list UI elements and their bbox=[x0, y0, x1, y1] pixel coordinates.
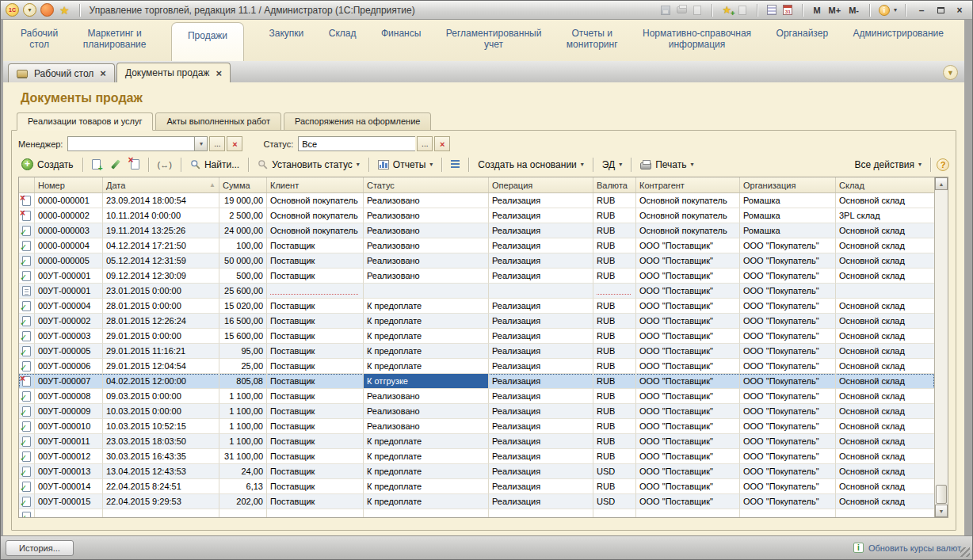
tab-close-icon[interactable]: × bbox=[100, 67, 106, 79]
section-tab[interactable]: Продажи bbox=[171, 22, 244, 61]
section-tab[interactable]: Отчеты и мониторинг bbox=[567, 20, 618, 50]
print-button[interactable]: Печать▾ bbox=[637, 158, 696, 172]
delete-button[interactable] bbox=[128, 158, 143, 171]
section-tab[interactable]: Регламентированный учет bbox=[446, 20, 542, 50]
column-header[interactable] bbox=[19, 177, 35, 192]
create-button[interactable]: +Создать bbox=[18, 157, 77, 172]
table-row[interactable]: 0000-000005 05.12.2014 12:31:59 50 000,0… bbox=[19, 253, 934, 269]
table-row[interactable]: 00УТ-000001 23.01.2015 0:00:00 25 600,00… bbox=[19, 284, 934, 299]
table-row[interactable]: 00УТ-000002 28.01.2015 12:26:24 16 500,0… bbox=[19, 314, 934, 329]
find-button[interactable]: Найти... bbox=[187, 158, 242, 172]
section-tab[interactable]: Органайзер bbox=[776, 20, 829, 39]
vertical-scrollbar[interactable]: ▲ ▼ bbox=[934, 177, 948, 517]
manager-input[interactable] bbox=[67, 136, 194, 151]
table-row[interactable]: 00УТ-000003 29.01.2015 0:00:00 15 600,00… bbox=[19, 329, 934, 344]
column-header[interactable]: Дата ▲ bbox=[103, 177, 219, 192]
history-button[interactable]: История... bbox=[6, 540, 74, 556]
column-header[interactable]: Валюта bbox=[593, 177, 636, 192]
window-list-button[interactable]: ▼ bbox=[943, 65, 958, 80]
edit-button[interactable] bbox=[108, 158, 124, 171]
refresh-button[interactable]: (↔) bbox=[155, 158, 175, 171]
close-button[interactable]: × bbox=[952, 5, 967, 16]
minimize-button[interactable]: – bbox=[914, 5, 929, 16]
create-based-button[interactable]: Создать на основании▾ bbox=[475, 158, 587, 172]
link-icon[interactable] bbox=[736, 5, 749, 16]
info-caret-icon[interactable]: ▾ bbox=[894, 6, 897, 13]
table-row[interactable]: 00УТ-000004 28.01.2015 0:00:00 15 020,00… bbox=[19, 299, 934, 314]
update-rates-link[interactable]: Обновить курсы валют bbox=[868, 543, 961, 553]
table-row[interactable]: 00УТ-000008 09.03.2015 0:00:00 1 100,00 … bbox=[19, 389, 934, 404]
table-row[interactable]: 00УТ-000012 30.03.2015 16:43:35 31 100,0… bbox=[19, 449, 934, 464]
column-header[interactable]: Контрагент bbox=[636, 177, 740, 192]
table-row[interactable]: 00УТ-000009 10.03.2015 0:00:00 1 100,00 … bbox=[19, 404, 934, 419]
reports-button[interactable]: Отчеты ▾ bbox=[375, 158, 437, 172]
main-menu-button[interactable]: ▾ bbox=[23, 3, 36, 17]
column-header[interactable]: Организация bbox=[740, 177, 836, 192]
table-row[interactable]: 00УТ-000011 23.03.2015 18:03:50 1 100,00… bbox=[19, 434, 934, 449]
section-tab[interactable]: Склад bbox=[329, 20, 357, 39]
section-tab[interactable]: Финансы bbox=[381, 20, 421, 39]
help-button[interactable]: ? bbox=[937, 158, 949, 171]
section-tab[interactable]: Маркетинг и планирование bbox=[83, 20, 147, 50]
section-tab[interactable]: Администрирование bbox=[853, 20, 944, 39]
tab-close-icon[interactable]: × bbox=[216, 67, 222, 79]
1c-logo-icon[interactable]: 1С bbox=[6, 3, 19, 17]
section-tab[interactable]: Нормативно-справочная информация bbox=[643, 20, 751, 50]
round-button[interactable] bbox=[40, 3, 54, 17]
all-actions-button[interactable]: Все действия▾ bbox=[852, 158, 925, 172]
column-header[interactable]: Статус bbox=[364, 177, 489, 192]
column-header[interactable]: Сумма bbox=[219, 177, 267, 192]
list-subtab[interactable]: Акты выполненных работ bbox=[155, 112, 281, 131]
cell-organization: ООО "Покупатель" bbox=[740, 464, 836, 479]
table-row[interactable] bbox=[19, 509, 934, 517]
manager-select-button[interactable]: ... bbox=[209, 136, 225, 151]
table-row[interactable]: 00УТ-000007 04.02.2015 12:00:00 805,08 П… bbox=[19, 374, 934, 389]
document-tab[interactable]: Рабочий стол × bbox=[8, 63, 115, 82]
print-icon[interactable] bbox=[675, 5, 688, 16]
calculator-icon[interactable] bbox=[765, 5, 778, 16]
info-icon[interactable]: i bbox=[878, 5, 891, 16]
list-subtab[interactable]: Реализации товаров и услуг bbox=[17, 112, 153, 131]
table-row[interactable]: 00УТ-000010 10.03.2015 10:52:15 1 100,00… bbox=[19, 419, 934, 434]
table-row[interactable]: 00УТ-000006 29.01.2015 12:04:54 25,00 По… bbox=[19, 359, 934, 374]
column-header[interactable]: Номер bbox=[35, 177, 103, 192]
section-tab[interactable]: Закупки bbox=[269, 20, 304, 39]
table-row[interactable]: 0000-000004 04.12.2014 17:21:50 100,00 П… bbox=[19, 238, 934, 253]
table-row[interactable]: 0000-000003 19.11.2014 13:25:26 24 000,0… bbox=[19, 223, 934, 238]
section-tab[interactable]: Рабочий стол bbox=[21, 20, 58, 50]
table-row[interactable]: 0000-000002 10.11.2014 0:00:00 2 500,00 … bbox=[19, 208, 934, 223]
status-select-button[interactable]: ... bbox=[417, 136, 433, 151]
table-row[interactable]: 00УТ-000001 09.12.2014 12:30:09 500,00 П… bbox=[19, 269, 934, 284]
status-input[interactable] bbox=[298, 136, 415, 151]
table-row[interactable]: 0000-000001 23.09.2014 18:00:54 19 000,0… bbox=[19, 193, 934, 208]
status-clear-icon[interactable]: × bbox=[434, 136, 450, 151]
memory-plus-button[interactable]: M+ bbox=[826, 6, 844, 15]
list-subtab[interactable]: Распоряжения на оформление bbox=[284, 112, 431, 131]
copy-button[interactable] bbox=[89, 158, 104, 171]
scroll-down-icon[interactable]: ▼ bbox=[935, 505, 948, 517]
table-row[interactable]: 00УТ-000015 22.04.2015 9:29:53 202,00 По… bbox=[19, 494, 934, 509]
resize-grip[interactable] bbox=[960, 547, 970, 557]
ed-button[interactable]: ЭД▾ bbox=[599, 158, 625, 172]
memory-button[interactable]: M bbox=[811, 6, 822, 15]
document-tab[interactable]: Документы продаж × bbox=[116, 63, 231, 82]
table-row[interactable]: 00УТ-000014 22.04.2015 8:24:51 6,13 Пост… bbox=[19, 479, 934, 494]
set-status-button[interactable]: Установить статус ▾ bbox=[254, 158, 363, 172]
add-favorite-icon[interactable]: ★ bbox=[720, 5, 733, 16]
table-row[interactable]: 00УТ-000013 13.04.2015 12:43:53 24,00 По… bbox=[19, 464, 934, 479]
column-header[interactable]: Склад bbox=[836, 177, 934, 192]
manager-clear-icon[interactable]: × bbox=[227, 136, 242, 151]
manager-dropdown-icon[interactable]: ▾ bbox=[194, 136, 208, 151]
table-row[interactable]: 00УТ-000005 29.01.2015 11:16:21 95,00 По… bbox=[19, 344, 934, 359]
list-view-button[interactable] bbox=[448, 158, 463, 171]
favorites-star-icon[interactable]: ★ bbox=[59, 4, 70, 17]
column-header[interactable]: Клиент bbox=[267, 177, 364, 192]
column-header[interactable]: Операция bbox=[489, 177, 593, 192]
memory-minus-button[interactable]: M- bbox=[846, 6, 861, 15]
maximize-button[interactable] bbox=[933, 5, 948, 16]
print-preview-icon[interactable] bbox=[691, 5, 704, 16]
calendar-icon[interactable]: 31 bbox=[781, 5, 794, 16]
scroll-up-icon[interactable]: ▲ bbox=[935, 177, 948, 190]
scrollbar-thumb[interactable] bbox=[936, 485, 947, 504]
save-icon[interactable] bbox=[659, 5, 672, 16]
